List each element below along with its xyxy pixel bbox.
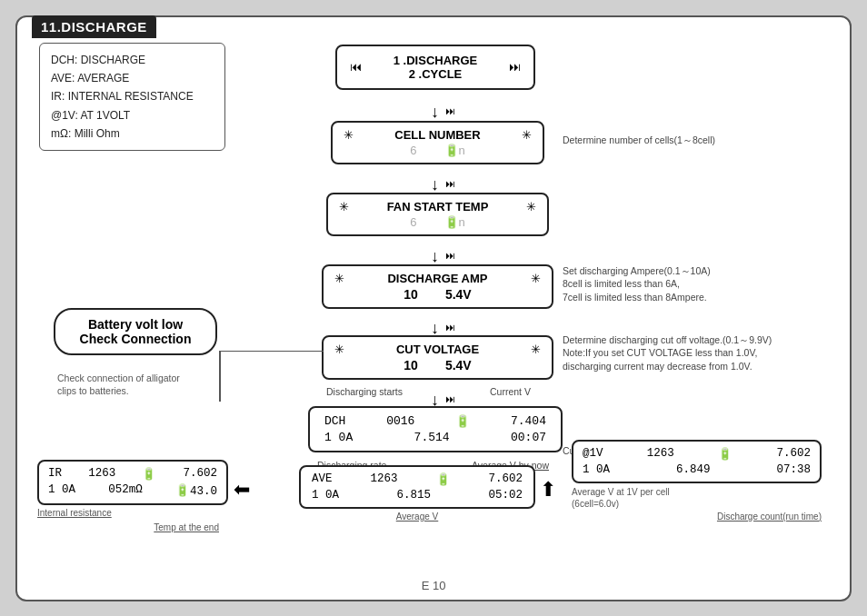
current-v-top: Current V — [490, 386, 531, 397]
onev-v1: 7.602 — [776, 447, 811, 462]
cut-voltage-label: CUT VOLTAGE — [396, 343, 479, 356]
ave-v2: 6.815 — [396, 489, 431, 502]
legend-box: DCH: DISCHARGE AVE: AVERAGE IR: INTERNAL… — [39, 43, 225, 152]
connector-vert — [219, 351, 221, 402]
batt-line1: Battery volt low — [68, 317, 203, 332]
cell-val1: 6 — [410, 144, 416, 157]
dch-num: 0016 — [386, 414, 414, 429]
fan-val2: 🔋n — [444, 215, 465, 229]
cell-val2: 🔋n — [444, 144, 465, 157]
onev-time: 07:38 — [776, 463, 811, 476]
ave-amp: 1 0A — [312, 489, 339, 502]
onev-label-text: @1V — [583, 447, 603, 462]
legend-line-2: AVE: AVERAGE — [51, 69, 214, 87]
dch-label: DCH — [324, 414, 345, 429]
cvolt-annotation: Determine discharging cut off voltage.(0… — [563, 333, 831, 373]
ir-num: 1263 — [88, 467, 115, 482]
dch-batt-icon: 🔋 — [455, 414, 470, 429]
dch-v2: 7.514 — [414, 431, 450, 444]
page-title: 11.DISCHARGE — [32, 15, 156, 38]
temp-end-label: Temp at the end — [154, 522, 219, 532]
connector-line — [219, 351, 324, 353]
ir-label-bottom: Internal resistance — [37, 508, 228, 518]
right-arrow: ⬆ — [540, 478, 556, 502]
batt-line2: Check Connection — [68, 332, 203, 346]
page-number: E 10 — [422, 579, 446, 592]
cell-number-box: ✳ CELL NUMBER ✳ 6 🔋n — [331, 121, 544, 164]
box1-line1: 1 .DISCHARGE — [394, 54, 477, 67]
ave-v1: 7.602 — [488, 472, 523, 487]
cvolt-val2: 5.4V — [445, 358, 472, 373]
onev-v2: 6.849 — [676, 463, 711, 476]
fan-start-temp-label: FAN START TEMP — [387, 200, 489, 214]
avg-v-1v-label: Average V at 1V per cell(6cell=6.0v) — [572, 486, 822, 510]
arrow3: ↓ ⏭ — [431, 248, 439, 264]
legend-line-4: @1V: AT 1VOLT — [51, 106, 214, 124]
discharge-amp-label: DISCHARGE AMP — [387, 272, 487, 285]
cvolt-val1: 10 — [404, 358, 418, 373]
discharge-count-label: Discharge count(run time) — [572, 512, 822, 522]
ave-box: AVE 1263 🔋 7.602 1 0A 6.815 05:02 Averag… — [299, 465, 535, 522]
cut-voltage-box: ✳ CUT VOLTAGE ✳ 10 5.4V — [322, 335, 553, 380]
discharge-amp-box: ✳ DISCHARGE AMP ✳ 10 5.4V — [322, 264, 553, 309]
damp-val2: 5.4V — [445, 287, 472, 302]
dch-amp: 1 0A — [324, 431, 353, 444]
main-container: 11.DISCHARGE DCH: DISCHARGE AVE: AVERAGE… — [15, 15, 852, 601]
ir-box: IR 1263 🔋 7.602 1 0A 052mΩ 🔋43.0 Interna… — [37, 460, 228, 518]
batt-sub-text: Check connection of alligatorclips to ba… — [57, 372, 207, 398]
damp-annotation: Set discharging Ampere(0.1～10A)8cell is … — [563, 264, 808, 304]
onev-batt: 🔋 — [718, 447, 732, 462]
arrow4: ↓ ⏭ — [431, 320, 439, 336]
avg-v-label: Average V — [299, 512, 535, 522]
dch-box: DCH 0016 🔋 7.404 1 0A 7.514 00:07 — [308, 406, 563, 452]
onev-num: 1263 — [647, 447, 674, 462]
fan-start-temp-box: ✳ FAN START TEMP ✳ 6 🔋n — [326, 193, 549, 236]
left-arrow: ⬅ — [234, 478, 250, 502]
ir-batt: 🔋 — [142, 467, 156, 482]
onev-amp: 1 0A — [583, 463, 610, 476]
ir-label-text: IR — [48, 467, 62, 482]
legend-line-1: DCH: DISCHARGE — [51, 51, 214, 69]
cell-number-label: CELL NUMBER — [394, 128, 480, 142]
arrow2: ↓ ⏭ — [431, 176, 439, 193]
ir-amp: 1 0A — [48, 483, 75, 498]
ir-v: 7.602 — [183, 467, 217, 482]
ave-batt: 🔋 — [436, 472, 451, 487]
box1-line2: 2 .CYCLE — [394, 67, 477, 81]
fan-val1: 6 — [410, 215, 416, 229]
discharging-starts-label: Discharging starts — [326, 386, 403, 397]
discharge-cycle-box: ⏮ 1 .DISCHARGE 2 .CYCLE ⏭ — [335, 45, 535, 90]
ir-temp: 🔋43.0 — [175, 483, 217, 498]
cell-annotation: Determine number of cells(1～8cell) — [563, 134, 715, 147]
dch-v1: 7.404 — [511, 414, 546, 429]
ave-label-text: AVE — [312, 472, 333, 487]
ave-time: 05:02 — [488, 489, 523, 502]
legend-line-5: mΩ: Milli Ohm — [51, 124, 214, 143]
legend-line-3: IR: INTERNAL RESISTANCE — [51, 87, 214, 105]
ir-mohm: 052mΩ — [108, 483, 143, 498]
damp-val1: 10 — [404, 287, 418, 302]
dch-time: 00:07 — [511, 431, 546, 444]
ave-num: 1263 — [371, 472, 398, 487]
battery-volt-low-box: Battery volt low Check Connection — [54, 308, 217, 355]
arrow1: ↓ ⏭ — [431, 104, 439, 120]
onev-box: @1V 1263 🔋 7.602 1 0A 6.849 07:38 Averag… — [572, 440, 822, 522]
